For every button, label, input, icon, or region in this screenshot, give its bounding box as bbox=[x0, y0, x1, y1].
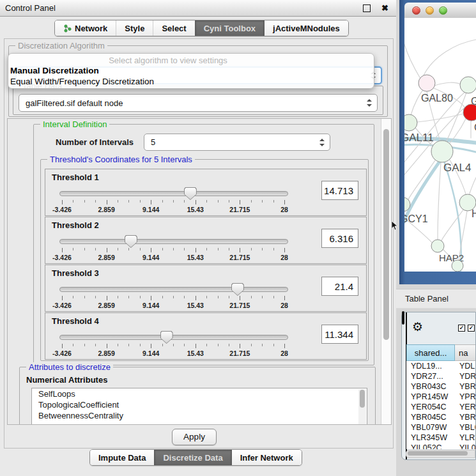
slider-tick bbox=[206, 248, 207, 250]
threshold-slider[interactable]: -3.4262.8599.14415.4321.71528 bbox=[45, 234, 326, 263]
slider-tick bbox=[218, 296, 219, 298]
settings-vertical-scrollbar[interactable] bbox=[381, 119, 391, 424]
tab-style[interactable]: Style bbox=[116, 20, 153, 36]
close-icon[interactable]: ✖ bbox=[381, 0, 388, 16]
slider-track[interactable] bbox=[59, 239, 288, 244]
tab-label: Network bbox=[75, 24, 107, 33]
table-horizontal-scrollbar[interactable] bbox=[406, 450, 475, 458]
threshold-slider[interactable]: -3.4262.8599.14415.4321.71528 bbox=[45, 186, 326, 215]
slider-track[interactable] bbox=[59, 335, 288, 340]
slider-tick bbox=[73, 344, 73, 346]
popup-option-manual[interactable]: Manual Discretization bbox=[10, 66, 99, 75]
mac-minimize-button[interactable] bbox=[426, 6, 434, 15]
popup-option-equal-width[interactable]: Equal Width/Frequency Discretization bbox=[10, 77, 154, 86]
slider-handle[interactable] bbox=[125, 235, 137, 248]
slider-tick bbox=[128, 248, 129, 250]
table-row[interactable]: YLR345WYLR3 bbox=[406, 433, 475, 443]
threshold-value-field[interactable]: 14.713 bbox=[321, 181, 358, 200]
float-window-icon[interactable] bbox=[363, 4, 371, 12]
node-table[interactable]: shared... na YDL19...YDL1YDR27...YDR2YBR… bbox=[406, 344, 475, 449]
table-data-combobox[interactable]: galFiltered.sif default node bbox=[19, 94, 378, 112]
threshold-label: Threshold 4 bbox=[52, 316, 99, 326]
tab-discretize-data[interactable]: Discretize Data bbox=[154, 450, 231, 465]
table-row[interactable]: YDL19...YDL1 bbox=[406, 361, 475, 371]
slider-tick bbox=[240, 248, 240, 252]
list-item[interactable]: TopologicalCoefficient bbox=[32, 399, 367, 410]
tab-network[interactable]: Network bbox=[55, 20, 116, 36]
combo-arrows-icon bbox=[319, 138, 324, 147]
threshold-value-field[interactable]: 11.344 bbox=[321, 325, 358, 344]
tick-label: 15.43 bbox=[187, 349, 204, 357]
scrollbar-thumb[interactable] bbox=[408, 451, 468, 456]
network-edge bbox=[468, 178, 476, 197]
apply-button[interactable]: Apply bbox=[172, 429, 217, 445]
checkbox-checked-icon[interactable]: ✓ bbox=[458, 325, 465, 332]
threshold-panel-3: Threshold 3-3.4262.8599.14415.4321.71528… bbox=[45, 265, 367, 312]
checkbox-checked-icon[interactable]: ✓ bbox=[468, 325, 475, 332]
list-scrollbar[interactable] bbox=[358, 389, 366, 425]
tab-impute-data[interactable]: Impute Data bbox=[90, 450, 154, 465]
tab-select[interactable]: Select bbox=[153, 20, 194, 36]
tab-infer-network[interactable]: Infer Network bbox=[231, 450, 302, 465]
slider-handle[interactable] bbox=[184, 187, 197, 200]
slider-handle[interactable] bbox=[231, 283, 244, 296]
network-node[interactable] bbox=[431, 240, 444, 252]
slider-tick bbox=[284, 296, 285, 300]
table-row[interactable]: YBR045CYBR0 bbox=[406, 412, 475, 422]
slider-tick bbox=[184, 200, 185, 203]
slider-tick bbox=[162, 248, 163, 250]
threshold-panel-4: Threshold 4-3.4262.8599.14415.4321.71528… bbox=[45, 312, 367, 360]
threshold-label: Threshold 1 bbox=[52, 173, 99, 182]
slider-tick bbox=[284, 248, 285, 252]
tab-label: Impute Data bbox=[98, 453, 146, 463]
table-row[interactable]: YPR145WYPR1 bbox=[406, 392, 475, 402]
slider-tick bbox=[128, 296, 129, 298]
table-row[interactable]: YBR043CYBR0 bbox=[406, 381, 475, 392]
mac-zoom-button[interactable] bbox=[439, 6, 447, 15]
column-header-name[interactable]: na bbox=[455, 344, 475, 361]
table-row[interactable]: YER054CYER0 bbox=[406, 402, 475, 412]
slider-tick bbox=[118, 248, 118, 250]
network-node[interactable] bbox=[418, 75, 435, 91]
tick-label: -3.426 bbox=[52, 302, 72, 309]
numerical-attributes-list[interactable]: SelfLoopsTopologicalCoefficientBetweenne… bbox=[31, 388, 367, 425]
threshold-slider[interactable]: -3.4262.8599.14415.4321.71528 bbox=[45, 282, 326, 311]
cell-name: YLR3 bbox=[459, 433, 475, 443]
list-scrollbar-thumb[interactable] bbox=[360, 390, 365, 408]
threshold-value-field[interactable]: 21.4 bbox=[321, 277, 358, 296]
tick-label: 9.144 bbox=[142, 302, 159, 309]
network-canvas[interactable]: GAL80GCGAL11GAL4GCY1HHAP2 bbox=[404, 18, 476, 272]
network-node[interactable] bbox=[452, 260, 463, 272]
threshold-value-field[interactable]: 6.316 bbox=[321, 229, 358, 248]
group-title: Discretization Algorithm bbox=[15, 41, 107, 50]
attributes-group: Attributes to discretize Numerical Attri… bbox=[19, 367, 376, 425]
split-columns-icon[interactable] bbox=[402, 311, 404, 325]
tick-label: 9.144 bbox=[142, 206, 159, 213]
gear-icon[interactable]: ⚙ bbox=[412, 320, 423, 334]
table-row[interactable]: YDR27...YDR2 bbox=[406, 371, 475, 381]
slider-tick bbox=[251, 248, 252, 250]
num-intervals-label: Number of Intervals bbox=[56, 137, 134, 147]
slider-tick bbox=[162, 200, 163, 203]
scrollbar-thumb[interactable] bbox=[383, 129, 389, 340]
table-row[interactable]: YIL052CYIL0 bbox=[406, 443, 475, 449]
threshold-slider[interactable]: -3.4262.8599.14415.4321.71528 bbox=[45, 330, 326, 359]
list-item[interactable]: BetweennessCentrality bbox=[32, 410, 367, 421]
network-node[interactable] bbox=[431, 141, 453, 162]
tab-cyni-toolbox[interactable]: Cyni Toolbox bbox=[195, 20, 264, 36]
table-panel-title: Table Panel bbox=[405, 289, 449, 308]
slider-track[interactable] bbox=[59, 287, 288, 292]
slider-track[interactable] bbox=[59, 191, 288, 196]
tab-jactivemnodules[interactable]: jActiveMNodules bbox=[264, 20, 348, 36]
network-node[interactable] bbox=[463, 104, 476, 121]
network-node[interactable] bbox=[404, 114, 417, 131]
column-header-shared-name[interactable]: shared... bbox=[406, 344, 455, 361]
table-row[interactable]: YBL079WYBL0 bbox=[406, 422, 475, 433]
network-node[interactable] bbox=[460, 77, 476, 93]
num-intervals-combobox[interactable]: 5 bbox=[144, 134, 330, 151]
slider-handle[interactable] bbox=[160, 331, 173, 344]
slider-tick bbox=[273, 296, 274, 298]
mac-close-button[interactable] bbox=[412, 6, 420, 15]
list-item[interactable]: SelfLoops bbox=[32, 388, 367, 399]
node-label: GAL4 bbox=[443, 162, 471, 174]
